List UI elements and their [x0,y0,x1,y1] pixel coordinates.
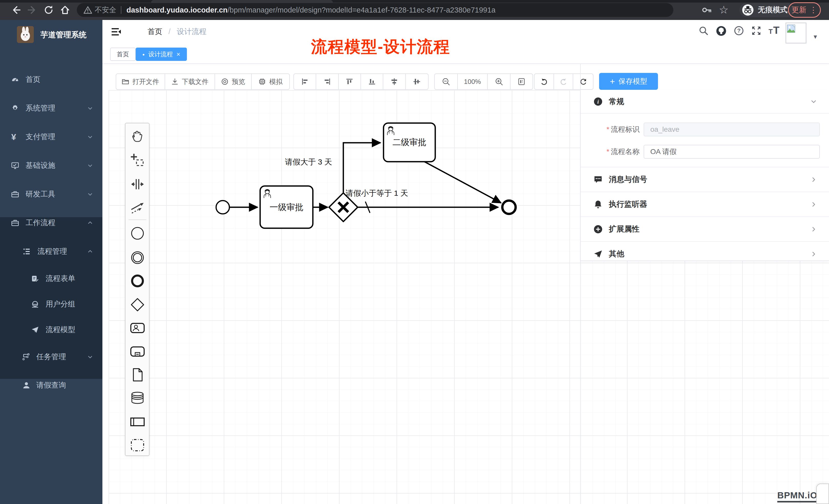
people-icon [31,300,39,308]
key-icon[interactable] [701,5,713,16]
flow-label-gt3[interactable]: 请假大于 3 天 [285,158,332,166]
home-icon[interactable] [60,4,71,15]
sub-process-icon[interactable] [129,343,146,360]
end-event[interactable] [502,201,516,214]
star-icon[interactable]: ☆ [719,4,730,15]
intermediate-event-icon[interactable] [129,249,146,266]
redo-icon[interactable] [554,74,574,89]
process-name-input[interactable] [644,145,820,159]
sidebar-item-label: 请假查询 [36,380,66,390]
close-icon[interactable]: × [176,50,180,58]
avatar[interactable] [786,23,806,43]
sidebar-item-task-mgmt[interactable]: 任务管理 [0,343,102,371]
page-tab-design[interactable]: ● 设计流程 × [136,48,187,61]
sidebar-item-label: 系统管理 [26,103,55,113]
zoom-out-icon[interactable] [435,74,458,89]
back-icon[interactable] [10,4,22,15]
monitor-icon [11,162,19,169]
chevron-down-icon [87,191,93,197]
zoom-in-icon[interactable] [488,74,511,89]
save-model-label: 保存模型 [618,77,647,86]
section-title: 扩展属性 [609,224,640,234]
task-level2-approve[interactable]: 二级审批 [384,123,435,162]
end-event-icon[interactable] [129,273,146,289]
flow-label-le1[interactable]: 请假小于等于 1 天 [346,189,408,197]
data-store-icon[interactable] [129,390,146,406]
start-event[interactable] [216,201,229,214]
user-task-icon[interactable] [129,320,146,336]
sidebar-item-system[interactable]: 系统管理 [0,94,102,122]
sidebar-item-payment[interactable]: ¥ 支付管理 [0,122,102,151]
caret-down-icon[interactable]: ▾ [814,33,817,41]
undo-icon[interactable] [535,74,554,89]
chevron-right-icon [810,201,817,208]
sidebar-item-devtools[interactable]: 研发工具 [0,180,102,208]
page-title: 流程模型-设计流程 [311,36,450,58]
sidebar-logo[interactable]: 芋道管理系统 [0,23,102,56]
align-left-icon[interactable] [294,74,316,89]
participant-pool-icon[interactable] [129,414,146,430]
start-event-icon[interactable] [129,225,146,241]
flow-gateway-to-task2[interactable] [343,143,381,192]
file-button-group: 打开文件 下载文件 预览 模拟 [116,73,290,90]
flow-task2-to-end[interactable] [424,161,501,203]
simulate-button[interactable]: 模拟 [252,74,289,89]
data-object-icon[interactable] [129,366,146,383]
help-icon[interactable]: ? [734,26,744,36]
svg-text:?: ? [737,27,741,34]
process-key-input[interactable] [644,122,820,137]
github-icon[interactable] [716,26,727,36]
section-execution-listener[interactable]: 执行监听器 [581,192,829,217]
task-level1-approve[interactable]: 一级审批 [260,186,313,228]
sidebar-item-process-form[interactable]: 流程表单 [0,266,102,292]
gateway-icon[interactable] [129,297,146,313]
align-top-icon[interactable] [339,74,361,89]
sidebar-item-leave-query[interactable]: 请假查询 [0,371,102,399]
reload-icon[interactable] [43,4,54,15]
zoom-reset-icon[interactable] [510,74,533,89]
sidebar-item-workflow[interactable]: 工作流程 [0,208,102,237]
global-connect-icon[interactable] [129,199,146,216]
sidebar-item-process-model[interactable]: 流程模型 [0,317,102,343]
preview-button[interactable]: 预览 [215,74,252,89]
section-message-signal[interactable]: 消息与信号 [581,167,829,192]
browser-frame [0,0,829,3]
open-file-button[interactable]: 打开文件 [116,74,165,89]
kebab-menu-icon[interactable]: ⋮ [809,6,817,14]
bpmn-io-watermark[interactable]: BPMN.iO [777,490,818,502]
sidebar-item-process-mgmt[interactable]: 流程管理 [0,237,102,266]
sidebar-item-user-group[interactable]: 用户分组 [0,292,102,317]
restart-icon[interactable] [573,74,593,89]
font-size-icon[interactable]: TT [768,25,780,37]
align-center-vertical-icon[interactable] [406,74,428,89]
update-button[interactable]: 更新 ⋮ [788,2,821,18]
search-icon[interactable] [698,26,709,36]
forward-icon[interactable] [27,4,38,15]
security-label[interactable]: 不安全 [95,5,116,15]
align-center-horizontal-icon[interactable] [383,74,405,89]
section-extended-attrs[interactable]: 扩展属性 [581,217,829,241]
page-tab-home[interactable]: 首页 [110,48,136,61]
button-label: 模拟 [269,77,282,86]
url-text[interactable]: dashboard.yudao.iocoder.cn/bpm/manager/m… [127,6,495,14]
address-bar[interactable]: 不安全 dashboard.yudao.iocoder.cn/bpm/manag… [77,3,673,17]
align-right-icon[interactable] [316,74,338,89]
fullscreen-icon[interactable] [751,26,761,36]
section-title: 执行监听器 [609,199,647,209]
section-general-header[interactable]: i 常规 [581,90,829,113]
section-other[interactable]: 其他 [581,242,829,266]
browser-tab-top[interactable] [151,0,333,3]
hand-tool-icon[interactable] [129,128,146,145]
download-file-button[interactable]: 下载文件 [165,74,215,89]
tab-label: 设计流程 [148,50,173,58]
sidebar-item-home[interactable]: 首页 [0,65,102,94]
breadcrumb-home[interactable]: 首页 [147,27,162,36]
lasso-tool-icon[interactable] [129,152,146,168]
group-icon[interactable] [129,437,146,453]
collapse-sidebar-icon[interactable] [111,26,122,37]
sidebar-item-infra[interactable]: 基础设施 [0,151,102,180]
save-model-button[interactable]: + 保存模型 [599,73,658,90]
align-bottom-icon[interactable] [361,74,383,89]
space-tool-icon[interactable] [129,176,146,192]
bpmn-palette [125,123,149,456]
